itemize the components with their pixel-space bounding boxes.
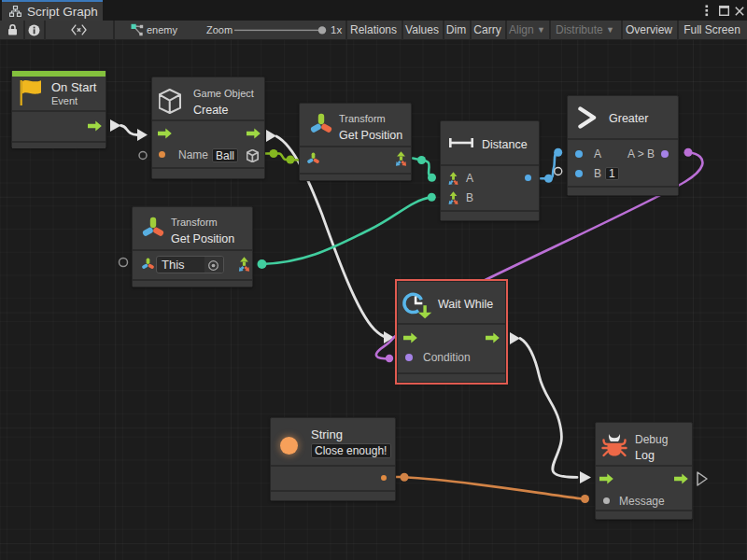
svg-text:1x: 1x [331,24,342,35]
